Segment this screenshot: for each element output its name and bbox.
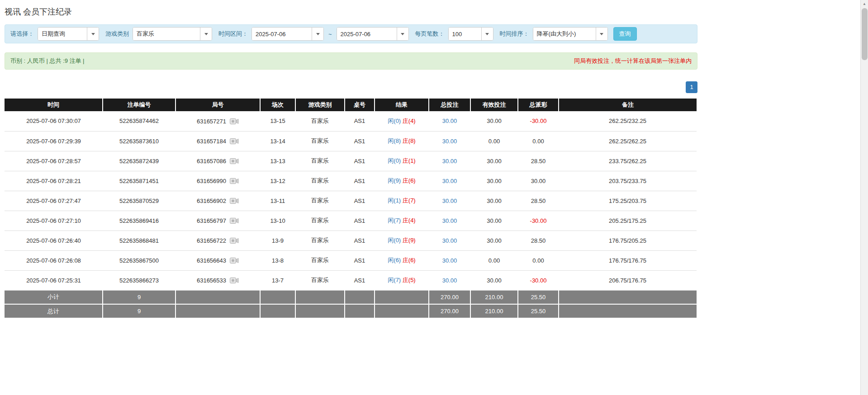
cell-session: 13-9 [260, 230, 295, 250]
page-size-label: 每页笔数： [415, 30, 445, 38]
select-mode-value[interactable] [38, 28, 87, 40]
date-to-value[interactable] [337, 28, 397, 40]
cell-remark: 203.75/233.75 [559, 171, 697, 191]
content-area: 视讯 会员下注纪录 请选择： 游戏类别 时间区间： ~ 每页笔数： 时间排序： [5, 0, 697, 319]
page-size-value[interactable] [449, 28, 481, 40]
header-total-bet: 总投注 [429, 99, 470, 111]
search-button[interactable]: 查询 [613, 27, 637, 41]
game-type-value[interactable] [133, 28, 200, 40]
cell-remark: 175.25/203.75 [559, 191, 697, 211]
cell-bet-id: 522635870529 [103, 191, 175, 211]
cell-empty [345, 290, 375, 304]
total-bet-link[interactable]: 30.00 [442, 277, 457, 284]
table-row: 2025-07-06 07:30:07522635874462631657271… [5, 111, 697, 131]
subtotal-payout: 25.50 [518, 290, 559, 304]
cell-time: 2025-07-06 07:25:31 [5, 270, 103, 290]
cell-payout: 28.50 [518, 230, 559, 250]
cell-empty [375, 304, 429, 318]
round-video-icon[interactable] [230, 198, 239, 204]
cell-time: 2025-07-06 07:27:10 [5, 211, 103, 230]
sort-order-value[interactable] [533, 28, 596, 40]
round-video-icon[interactable] [230, 158, 239, 165]
round-video-icon[interactable] [230, 277, 239, 284]
game-type-caret[interactable] [200, 28, 212, 40]
total-bet-link[interactable]: 30.00 [442, 158, 457, 165]
cell-result: 闲(7) 庄(5) [375, 270, 429, 290]
date-to-caret[interactable] [397, 28, 408, 40]
cell-bet-id: 522635867500 [103, 250, 175, 270]
page-size-caret[interactable] [481, 28, 493, 40]
round-video-icon[interactable] [230, 257, 239, 264]
cell-result: 闲(0) 庄(1) [375, 151, 429, 171]
cell-round-id: 631656797 [175, 211, 260, 230]
cell-total-bet: 30.00 [429, 171, 470, 191]
cell-round-id: 631657184 [175, 131, 260, 151]
round-video-icon[interactable] [230, 138, 239, 145]
table-body: 2025-07-06 07:30:07522635874462631657271… [5, 111, 697, 290]
cell-total-bet: 30.00 [429, 111, 470, 131]
cell-result: 闲(9) 庄(6) [375, 171, 429, 191]
result-player: 闲(0) [388, 237, 401, 244]
cell-round-id: 631657086 [175, 151, 260, 171]
cell-time: 2025-07-06 07:28:21 [5, 171, 103, 191]
date-from-value[interactable] [252, 28, 312, 40]
cell-empty [375, 290, 429, 304]
total-bet-link[interactable]: 30.00 [442, 237, 457, 244]
subtotal-count: 9 [103, 290, 175, 304]
sort-order-dropdown[interactable] [533, 27, 608, 41]
date-from-caret[interactable] [312, 28, 323, 40]
bet-records-table: 时间 注单编号 局号 场次 游戏类别 桌号 结果 总投注 有效投注 总派彩 备注… [5, 99, 697, 319]
chevron-down-icon [316, 33, 320, 35]
scroll-up-arrow[interactable]: ▲ [861, 0, 868, 8]
total-bet-link[interactable]: 30.00 [442, 257, 457, 264]
round-video-icon[interactable] [230, 237, 239, 244]
select-mode-dropdown[interactable] [38, 27, 99, 41]
cell-remark: 205.25/175.25 [559, 211, 697, 230]
page-size-dropdown[interactable] [448, 27, 493, 41]
cell-total-bet: 30.00 [429, 230, 470, 250]
cell-game-type: 百家乐 [295, 211, 345, 230]
sort-order-caret[interactable] [596, 28, 607, 40]
scrollbar[interactable]: ▲ [860, 0, 868, 395]
date-to-picker[interactable] [337, 27, 409, 41]
cell-game-type: 百家乐 [295, 111, 345, 131]
select-mode-caret[interactable] [87, 28, 99, 40]
cell-total-bet: 30.00 [429, 250, 470, 270]
result-banker: 庄(4) [403, 118, 416, 124]
game-type-dropdown[interactable] [133, 27, 212, 41]
cell-result: 闲(1) 庄(7) [375, 191, 429, 211]
cell-valid-bet: 30.00 [470, 270, 518, 290]
cell-valid-bet: 30.00 [470, 111, 518, 131]
scrollbar-thumb[interactable] [862, 8, 868, 60]
cell-empty [260, 304, 295, 318]
result-player: 闲(1) [388, 197, 401, 204]
date-from-picker[interactable] [251, 27, 324, 41]
total-bet-link[interactable]: 30.00 [442, 178, 457, 184]
round-video-icon[interactable] [230, 178, 239, 184]
result-player: 闲(7) [388, 277, 401, 283]
cell-empty [345, 304, 375, 318]
total-bet-link[interactable]: 30.00 [442, 138, 457, 145]
cell-remark: 206.75/176.75 [559, 270, 697, 290]
round-video-icon[interactable] [230, 118, 239, 125]
cell-total-bet: 30.00 [429, 191, 470, 211]
total-bet-link[interactable]: 30.00 [442, 198, 457, 204]
total-bet-link[interactable]: 30.00 [442, 217, 457, 224]
cell-session: 13-15 [260, 111, 295, 131]
cell-table-no: AS1 [345, 151, 375, 171]
result-player: 闲(6) [388, 257, 401, 263]
cell-game-type: 百家乐 [295, 171, 345, 191]
table-row: 2025-07-06 07:28:21522635871451631656990… [5, 171, 697, 191]
round-video-icon[interactable] [230, 217, 239, 224]
total-bet-link[interactable]: 30.00 [442, 118, 457, 124]
cell-payout: 0.00 [518, 250, 559, 270]
header-bet-id: 注单编号 [103, 99, 175, 111]
result-player: 闲(0) [388, 118, 401, 124]
cell-time: 2025-07-06 07:26:40 [5, 230, 103, 250]
cell-total-bet: 30.00 [429, 211, 470, 230]
cell-game-type: 百家乐 [295, 270, 345, 290]
cell-bet-id: 522635871451 [103, 171, 175, 191]
page-button-1[interactable]: 1 [686, 81, 697, 93]
cell-payout: 0.00 [518, 131, 559, 151]
cell-game-type: 百家乐 [295, 250, 345, 270]
